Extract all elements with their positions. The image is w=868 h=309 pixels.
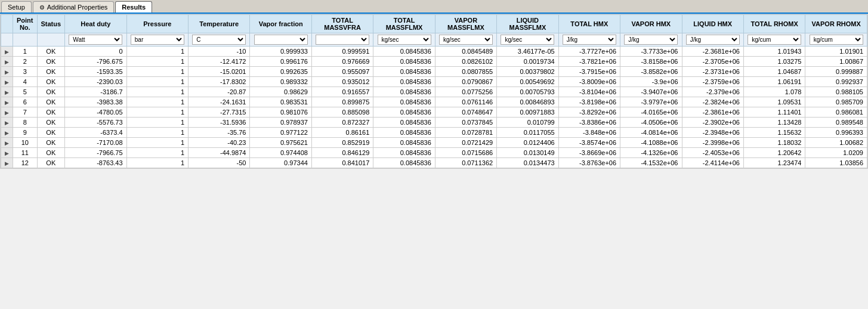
- cell-vapormassflmx: 0.0715686: [435, 148, 496, 158]
- units-heatduty[interactable]: Watt kW MW: [65, 33, 126, 47]
- cell-totalhmx: -3.8763e+06: [558, 158, 620, 168]
- cell-temperature: -10: [189, 47, 250, 57]
- cell-point-no: 3: [13, 67, 38, 77]
- totalhmx-unit-select[interactable]: J/kg: [563, 35, 616, 45]
- units-totalrhomx[interactable]: kg/cum: [743, 33, 805, 47]
- cell-vapormassflmx: 0.0721429: [435, 138, 496, 148]
- table-row: ▶8OK-5576.731-31.59360.9789370.8723270.0…: [1, 118, 867, 128]
- results-label: Results: [122, 4, 146, 11]
- row-expand-arrow[interactable]: ▶: [1, 47, 13, 57]
- cell-status: OK: [37, 97, 65, 107]
- row-expand-arrow[interactable]: ▶: [1, 107, 13, 118]
- row-expand-arrow[interactable]: ▶: [1, 97, 13, 107]
- cell-vaporhmx: -3.8158e+06: [620, 57, 682, 67]
- cell-totalmassflmx: 0.0845836: [373, 128, 435, 138]
- liquidhmx-unit-select[interactable]: J/kg: [686, 35, 740, 45]
- cell-heatduty: -796.675: [65, 57, 126, 67]
- row-expand-arrow[interactable]: ▶: [1, 138, 13, 148]
- cell-status: OK: [37, 77, 65, 87]
- units-liquidhmx[interactable]: J/kg: [682, 33, 743, 47]
- cell-totalmassvfra: 0.841017: [311, 158, 373, 168]
- liquidmassflmx-unit-select[interactable]: kg/sec: [501, 35, 554, 45]
- cell-vapormassflmx: 0.0737845: [435, 118, 496, 128]
- vaporhmx-unit-select[interactable]: J/kg: [624, 35, 678, 45]
- cell-heatduty: -7966.75: [65, 148, 126, 158]
- cell-totalrhomx: 1.09531: [743, 97, 805, 107]
- vaporfraction-unit-select[interactable]: [254, 35, 308, 45]
- row-expand-arrow[interactable]: ▶: [1, 57, 13, 67]
- cell-liquidhmx: -2.3948e+06: [682, 128, 743, 138]
- units-totalhmx[interactable]: J/kg: [558, 33, 620, 47]
- row-expand-arrow[interactable]: ▶: [1, 128, 13, 138]
- units-vaporrhomx[interactable]: kg/cum: [805, 33, 867, 47]
- col-header-pressure: Pressure: [126, 15, 188, 33]
- cell-status: OK: [37, 128, 65, 138]
- tab-additional-properties[interactable]: ⚙ Additional Properties: [33, 1, 115, 13]
- tab-setup[interactable]: Setup: [1, 1, 32, 13]
- cell-heatduty: -5576.73: [65, 118, 126, 128]
- cell-vaporhmx: -4.1532e+06: [620, 158, 682, 168]
- col-header-liquidmassflmx: LIQUIDMASSFLMX: [497, 15, 558, 33]
- cell-liquidmassflmx: 0.0019734: [497, 57, 558, 67]
- row-expand-arrow[interactable]: ▶: [1, 158, 13, 168]
- vapormassflmx-unit-select[interactable]: kg/sec: [439, 35, 493, 45]
- cell-vaporhmx: -4.0506e+06: [620, 118, 682, 128]
- cell-pressure: 1: [126, 158, 188, 168]
- pressure-unit-select[interactable]: bar Pa atm: [131, 35, 184, 45]
- cell-status: OK: [37, 87, 65, 97]
- units-vaporhmx[interactable]: J/kg: [620, 33, 682, 47]
- row-expand-arrow[interactable]: ▶: [1, 77, 13, 87]
- units-totalmassflmx[interactable]: kg/sec: [373, 33, 435, 47]
- cell-vaporrhomx: 0.989548: [805, 118, 867, 128]
- units-liquidmassflmx[interactable]: kg/sec: [497, 33, 558, 47]
- totalmassvfra-unit-select[interactable]: [316, 35, 369, 45]
- cell-liquidhmx: -2.4114e+06: [682, 158, 743, 168]
- cell-heatduty: -6373.4: [65, 128, 126, 138]
- row-expand-arrow[interactable]: ▶: [1, 118, 13, 128]
- col-header-totalmassflmx: TOTALMASSFLMX: [373, 15, 435, 33]
- cell-point-no: 4: [13, 77, 38, 87]
- cell-vapormassflmx: 0.0807855: [435, 67, 496, 77]
- cell-point-no: 9: [13, 128, 38, 138]
- cell-pressure: 1: [126, 87, 188, 97]
- cell-vaporfraction: 0.999933: [250, 47, 311, 57]
- cell-totalhmx: -3.7727e+06: [558, 47, 620, 57]
- cell-status: OK: [37, 57, 65, 67]
- units-temperature[interactable]: C K F: [189, 33, 250, 47]
- cell-liquidmassflmx: 0.00549692: [497, 77, 558, 87]
- cell-totalmassflmx: 0.0845836: [373, 158, 435, 168]
- totalmassflmx-unit-select[interactable]: kg/sec: [378, 35, 431, 45]
- cell-vaporhmx: -3.9797e+06: [620, 97, 682, 107]
- cell-vaporfraction: 0.983531: [250, 97, 311, 107]
- cell-liquidhmx: -2.3861e+06: [682, 107, 743, 118]
- cell-totalmassvfra: 0.899875: [311, 97, 373, 107]
- units-vaporfraction[interactable]: [250, 33, 311, 47]
- table-row: ▶6OK-3983.381-24.16310.9835310.8998750.0…: [1, 97, 867, 107]
- row-expand-arrow[interactable]: ▶: [1, 67, 13, 77]
- row-expand-arrow[interactable]: ▶: [1, 87, 13, 97]
- cell-liquidmassflmx: 0.00971883: [497, 107, 558, 118]
- col-header-temperature: Temperature: [189, 15, 250, 33]
- units-totalmassvfra[interactable]: [311, 33, 373, 47]
- cell-totalhmx: -3.8386e+06: [558, 118, 620, 128]
- cell-totalmassflmx: 0.0845836: [373, 57, 435, 67]
- cell-vaporfraction: 0.981076: [250, 107, 311, 118]
- heatduty-unit-select[interactable]: Watt kW MW: [69, 35, 122, 45]
- cell-temperature: -40.23: [189, 138, 250, 148]
- units-pressure[interactable]: bar Pa atm: [126, 33, 188, 47]
- cell-temperature: -12.4172: [189, 57, 250, 67]
- cell-totalmassflmx: 0.0845836: [373, 148, 435, 158]
- table-row: ▶10OK-7170.081-40.230.9756210.8529190.08…: [1, 138, 867, 148]
- tab-bar: Setup ⚙ Additional Properties Results: [0, 0, 868, 14]
- row-expand-arrow[interactable]: ▶: [1, 148, 13, 158]
- totalrhomx-unit-select[interactable]: kg/cum: [747, 35, 801, 45]
- cell-temperature: -17.8302: [189, 77, 250, 87]
- units-vapormassflmx[interactable]: kg/sec: [435, 33, 496, 47]
- cell-totalmassvfra: 0.852919: [311, 138, 373, 148]
- cell-vaporrhomx: 0.985709: [805, 97, 867, 107]
- cell-temperature: -27.7315: [189, 107, 250, 118]
- temperature-unit-select[interactable]: C K F: [192, 35, 246, 45]
- cell-heatduty: -8763.43: [65, 158, 126, 168]
- tab-results[interactable]: Results: [115, 1, 152, 13]
- vaporrhomx-unit-select[interactable]: kg/cum: [810, 35, 863, 45]
